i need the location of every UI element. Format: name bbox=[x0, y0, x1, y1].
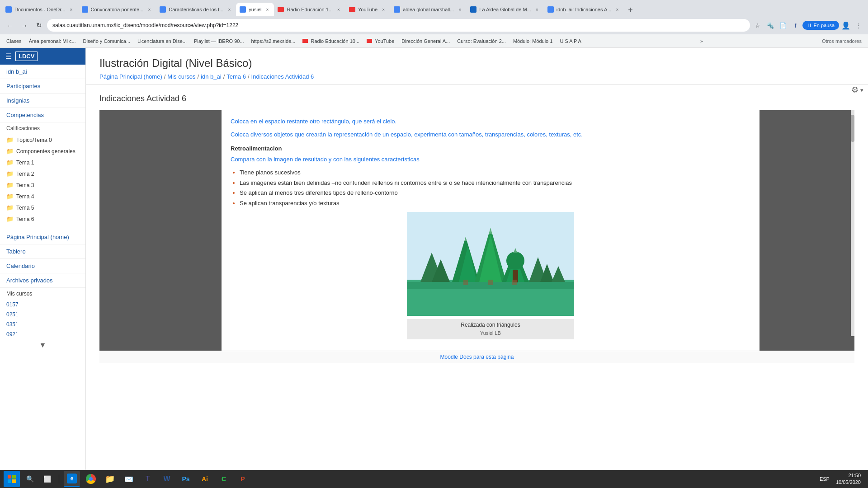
sidebar-item-insignias[interactable]: Insignias bbox=[0, 94, 85, 108]
bookmark-usapa[interactable]: U S A P A bbox=[557, 38, 584, 45]
svg-rect-16 bbox=[463, 280, 468, 285]
taskbar-app-illustrator[interactable]: Ai bbox=[197, 471, 213, 487]
fb-button[interactable]: f bbox=[790, 19, 802, 31]
breadcrumb-tema6[interactable]: Tema 6 bbox=[226, 73, 246, 80]
sidebar-folder-tema2[interactable]: 📁 Tema 2 bbox=[0, 168, 85, 179]
scrollbar-thumb[interactable] bbox=[851, 115, 854, 142]
taskbar-app-word[interactable]: W bbox=[159, 471, 175, 487]
sidebar-folder-tema1[interactable]: 📁 Tema 1 bbox=[0, 157, 85, 168]
tab-1-close[interactable]: × bbox=[68, 6, 75, 13]
sidebar-pagina-principal[interactable]: Página Principal (home) bbox=[0, 230, 85, 244]
breadcrumb-home[interactable]: Página Principal (home) bbox=[99, 73, 162, 80]
tab-8[interactable]: La Aldea Global de M... × bbox=[467, 3, 543, 16]
tab-2[interactable]: Convocatoria ponente... × bbox=[78, 3, 156, 16]
bookmark-dgac[interactable]: Dirección General A... bbox=[399, 38, 453, 45]
sidebar-tablero-label: Tablero bbox=[6, 248, 26, 255]
moodle-footer[interactable]: Moodle Docs para esta página bbox=[99, 351, 854, 363]
taskbar-app-mail[interactable]: ✉️ bbox=[121, 471, 137, 487]
sidebar-folder-tema6[interactable]: 📁 Tema 6 bbox=[0, 213, 85, 225]
reload-button[interactable]: ↻ bbox=[33, 19, 45, 32]
forward-button[interactable]: → bbox=[18, 19, 31, 32]
gear-button[interactable]: ⚙ bbox=[851, 85, 859, 95]
bookmark-licenciatura[interactable]: Licenciatura en Dise... bbox=[135, 38, 189, 45]
tab-4-title: yusiel bbox=[249, 7, 261, 12]
folder-tema4-icon: 📁 bbox=[6, 193, 14, 200]
sidebar-folder-tema3[interactable]: 📁 Tema 3 bbox=[0, 179, 85, 191]
bookmark-playlist[interactable]: Playlist — IBERO 90... bbox=[191, 38, 247, 45]
sidebar-course-0251[interactable]: 0251 bbox=[0, 310, 85, 319]
bookmark-modulo[interactable]: Módulo: Módulo 1 bbox=[510, 38, 555, 45]
scrollbar-track[interactable] bbox=[851, 110, 854, 336]
breadcrumb-indicaciones[interactable]: Indicaciones Actividad 6 bbox=[251, 73, 314, 80]
pdf-button[interactable]: 📄 bbox=[777, 19, 789, 31]
tab-2-close[interactable]: × bbox=[146, 6, 152, 13]
sidebar-calendario[interactable]: Calendario bbox=[0, 259, 85, 273]
sidebar-folder-tema4[interactable]: 📁 Tema 4 bbox=[0, 191, 85, 202]
new-tab-button[interactable]: + bbox=[624, 4, 637, 16]
back-button[interactable]: ← bbox=[4, 19, 16, 32]
tab-8-close[interactable]: × bbox=[534, 6, 540, 13]
taskbar-right: ESP 21:50 10/05/2020 bbox=[820, 471, 864, 487]
taskbar-app-teams[interactable]: T bbox=[140, 471, 156, 487]
taskbar-app-photoshop[interactable]: Ps bbox=[178, 471, 194, 487]
taskbar-app-clip[interactable]: C bbox=[216, 471, 232, 487]
breadcrumb-miscursos[interactable]: Mis cursos bbox=[167, 73, 195, 80]
bookmark-area-personal[interactable]: Área personal: Mi c... bbox=[26, 38, 79, 45]
taskbar-app-powerpoint[interactable]: P bbox=[235, 471, 251, 487]
sidebar-item-competencias[interactable]: Competencias bbox=[0, 108, 85, 122]
taskbar-app-explorer[interactable]: 📁 bbox=[102, 471, 118, 487]
url-text: salas.cuautitlan.unam.mx/lic_diseno/mood… bbox=[52, 22, 745, 28]
bookmark-youtube[interactable]: YouTube bbox=[364, 38, 397, 45]
content-area[interactable]: Ilustración Digital (Nivel Básico) Págin… bbox=[86, 48, 868, 470]
taskbar-lang: ESP bbox=[820, 476, 830, 482]
tab-6-close[interactable]: × bbox=[380, 6, 387, 13]
page-title: Ilustración Digital (Nivel Básico) bbox=[99, 57, 854, 70]
sidebar-course-0351[interactable]: 0351 bbox=[0, 319, 85, 329]
tab-4-close[interactable]: × bbox=[264, 6, 270, 13]
extensions-button[interactable]: 🔩 bbox=[764, 19, 776, 31]
bookmark-curso[interactable]: Curso: Evaluación 2... bbox=[454, 38, 509, 45]
url-bar[interactable]: salas.cuautitlan.unam.mx/lic_diseno/mood… bbox=[47, 19, 750, 32]
tab-6[interactable]: YouTube × bbox=[345, 3, 390, 16]
tab-4-active[interactable]: yusiel × bbox=[236, 3, 274, 16]
taskbar-app-edge[interactable]: e bbox=[64, 471, 80, 487]
menu-button[interactable]: ⋮ bbox=[853, 19, 864, 31]
sidebar-archivos[interactable]: Archivos privados bbox=[0, 273, 85, 288]
taskbar-app-chrome[interactable] bbox=[83, 471, 99, 487]
tab-3-close[interactable]: × bbox=[226, 6, 232, 13]
sidebar-folder-topico[interactable]: 📁 Tópico/Tema 0 bbox=[0, 134, 85, 145]
tab-9[interactable]: idnb_ai: Indicaciones A... × bbox=[544, 3, 624, 16]
more-bookmarks-button[interactable]: » bbox=[698, 38, 706, 45]
bookmark-diseno[interactable]: Diseño y Comunica... bbox=[80, 38, 133, 45]
taskbar-sep-1 bbox=[59, 474, 59, 483]
sidebar-course-0921[interactable]: 0921 bbox=[0, 329, 85, 339]
bookmark-radio[interactable]: Radio Educación 10... bbox=[300, 38, 362, 45]
sidebar-tablero[interactable]: Tablero bbox=[0, 244, 85, 259]
tab-5[interactable]: Radio Educación 1... × bbox=[274, 3, 345, 16]
en-pausa-button[interactable]: ⏸ En pausa bbox=[802, 21, 839, 30]
bookmark-s2[interactable]: https://s2.mexside... bbox=[249, 38, 298, 45]
hamburger-menu[interactable]: ☰ bbox=[5, 52, 12, 61]
tab-1[interactable]: Documentos - OneDr... × bbox=[2, 3, 78, 16]
other-bookmarks[interactable]: Otros marcadores bbox=[819, 38, 864, 45]
tab-9-close[interactable]: × bbox=[614, 6, 620, 13]
sidebar-scroll-down[interactable]: ▼ bbox=[0, 339, 85, 351]
cortana-button[interactable]: ⬜ bbox=[40, 472, 54, 486]
tab-7[interactable]: aldea global marshall... × bbox=[390, 3, 467, 16]
breadcrumb-idn[interactable]: idn b_ai bbox=[201, 73, 222, 80]
bookmark-star-button[interactable]: ☆ bbox=[752, 19, 764, 31]
tab-7-close[interactable]: × bbox=[457, 6, 463, 13]
sidebar-folder-tema5[interactable]: 📁 Tema 5 bbox=[0, 202, 85, 213]
start-button[interactable] bbox=[4, 471, 20, 487]
gear-dropdown-arrow[interactable]: ▾ bbox=[860, 87, 863, 94]
tab-3[interactable]: Características de los t... × bbox=[156, 3, 236, 16]
tab-5-close[interactable]: × bbox=[335, 6, 342, 13]
sidebar-item-participantes[interactable]: Participantes bbox=[0, 79, 85, 94]
sidebar-item-idn[interactable]: idn b_ai bbox=[0, 65, 85, 79]
sidebar-course-0157[interactable]: 0157 bbox=[0, 300, 85, 310]
user-button[interactable]: 👤 bbox=[840, 19, 852, 31]
chrome-icon bbox=[86, 474, 96, 484]
sidebar-folder-componentes[interactable]: 📁 Componentes generales bbox=[0, 145, 85, 157]
bookmark-clases[interactable]: Clases bbox=[4, 38, 24, 45]
search-taskbar-button[interactable]: 🔍 bbox=[23, 472, 37, 486]
